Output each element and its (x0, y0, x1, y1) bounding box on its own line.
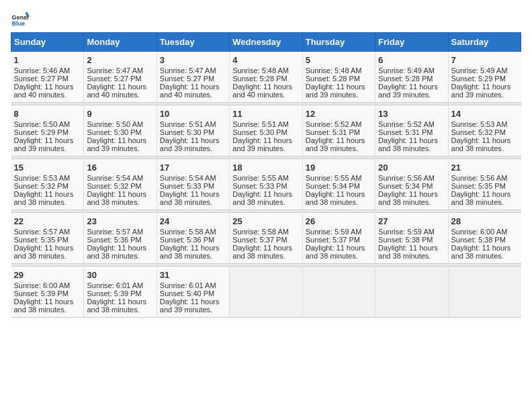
calendar-cell: 16Sunrise: 5:54 AMSunset: 5:32 PMDayligh… (84, 159, 157, 210)
day-number: 8 (14, 109, 81, 119)
cell-info: Sunrise: 5:50 AMSunset: 5:30 PMDaylight:… (87, 120, 153, 152)
cell-info: Sunrise: 5:47 AMSunset: 5:27 PMDaylight:… (160, 66, 226, 99)
day-number: 28 (451, 216, 519, 226)
calendar-cell: 11Sunrise: 5:51 AMSunset: 5:30 PMDayligh… (230, 105, 302, 156)
cell-info: Sunrise: 5:56 AMSunset: 5:34 PMDaylight:… (378, 174, 445, 206)
svg-text:Blue: Blue (11, 20, 25, 27)
calendar-week-row: 8Sunrise: 5:50 AMSunset: 5:29 PMDaylight… (11, 105, 521, 156)
calendar-cell: 1Sunrise: 5:46 AMSunset: 5:27 PMDaylight… (11, 52, 84, 103)
column-header-tuesday: Tuesday (157, 33, 229, 52)
cell-info: Sunrise: 5:48 AMSunset: 5:28 PMDaylight:… (232, 66, 299, 99)
page-header: General Blue (11, 11, 521, 30)
calendar-cell (230, 267, 302, 318)
cell-info: Sunrise: 6:01 AMSunset: 5:39 PMDaylight:… (87, 281, 153, 314)
calendar-cell: 19Sunrise: 5:55 AMSunset: 5:34 PMDayligh… (302, 159, 375, 210)
calendar-cell: 27Sunrise: 5:59 AMSunset: 5:38 PMDayligh… (375, 213, 448, 264)
calendar-cell: 18Sunrise: 5:55 AMSunset: 5:33 PMDayligh… (230, 159, 302, 210)
day-number: 29 (14, 270, 81, 280)
day-number: 18 (232, 163, 299, 173)
cell-info: Sunrise: 5:49 AMSunset: 5:29 PMDaylight:… (451, 66, 519, 99)
day-number: 2 (87, 55, 153, 65)
day-number: 9 (87, 109, 153, 119)
day-number: 11 (232, 109, 299, 119)
column-header-friday: Friday (375, 33, 448, 52)
day-number: 7 (451, 55, 519, 65)
calendar-cell: 7Sunrise: 5:49 AMSunset: 5:29 PMDaylight… (448, 52, 521, 103)
column-header-saturday: Saturday (448, 33, 521, 52)
cell-info: Sunrise: 5:58 AMSunset: 5:37 PMDaylight:… (232, 228, 299, 260)
day-number: 13 (378, 109, 445, 119)
calendar-cell: 28Sunrise: 6:00 AMSunset: 5:38 PMDayligh… (448, 213, 521, 264)
calendar-cell: 30Sunrise: 6:01 AMSunset: 5:39 PMDayligh… (84, 267, 157, 318)
cell-info: Sunrise: 6:01 AMSunset: 5:40 PMDaylight:… (160, 281, 226, 314)
cell-info: Sunrise: 5:58 AMSunset: 5:36 PMDaylight:… (160, 228, 226, 260)
cell-info: Sunrise: 5:53 AMSunset: 5:32 PMDaylight:… (451, 120, 519, 152)
day-number: 21 (451, 163, 519, 173)
column-header-sunday: Sunday (11, 33, 84, 52)
calendar-cell (375, 267, 448, 318)
day-number: 17 (160, 163, 226, 173)
calendar-cell: 25Sunrise: 5:58 AMSunset: 5:37 PMDayligh… (230, 213, 302, 264)
cell-info: Sunrise: 5:47 AMSunset: 5:27 PMDaylight:… (87, 66, 153, 99)
cell-info: Sunrise: 5:46 AMSunset: 5:27 PMDaylight:… (14, 66, 81, 99)
calendar-table: SundayMondayTuesdayWednesdayThursdayFrid… (11, 32, 521, 318)
cell-info: Sunrise: 5:54 AMSunset: 5:33 PMDaylight:… (160, 174, 226, 206)
day-number: 12 (306, 109, 372, 119)
cell-info: Sunrise: 5:49 AMSunset: 5:28 PMDaylight:… (378, 66, 445, 99)
day-number: 30 (87, 270, 153, 280)
day-number: 4 (232, 55, 299, 65)
day-number: 10 (160, 109, 226, 119)
calendar-cell: 12Sunrise: 5:52 AMSunset: 5:31 PMDayligh… (302, 105, 375, 156)
day-number: 27 (378, 216, 445, 226)
column-header-monday: Monday (84, 33, 157, 52)
cell-info: Sunrise: 5:53 AMSunset: 5:32 PMDaylight:… (14, 174, 81, 206)
calendar-cell: 8Sunrise: 5:50 AMSunset: 5:29 PMDaylight… (11, 105, 84, 156)
calendar-week-row: 1Sunrise: 5:46 AMSunset: 5:27 PMDaylight… (11, 52, 521, 103)
calendar-week-row: 15Sunrise: 5:53 AMSunset: 5:32 PMDayligh… (11, 159, 521, 210)
cell-info: Sunrise: 5:54 AMSunset: 5:32 PMDaylight:… (87, 174, 153, 206)
calendar-cell: 6Sunrise: 5:49 AMSunset: 5:28 PMDaylight… (375, 52, 448, 103)
calendar-cell: 24Sunrise: 5:58 AMSunset: 5:36 PMDayligh… (157, 213, 229, 264)
day-number: 1 (14, 55, 81, 65)
calendar-cell: 14Sunrise: 5:53 AMSunset: 5:32 PMDayligh… (448, 105, 521, 156)
day-number: 24 (160, 216, 226, 226)
day-number: 22 (14, 216, 81, 226)
cell-info: Sunrise: 5:50 AMSunset: 5:29 PMDaylight:… (14, 120, 81, 152)
calendar-cell: 23Sunrise: 5:57 AMSunset: 5:36 PMDayligh… (84, 213, 157, 264)
day-number: 26 (306, 216, 372, 226)
day-number: 25 (232, 216, 299, 226)
cell-info: Sunrise: 5:52 AMSunset: 5:31 PMDaylight:… (378, 120, 445, 152)
day-number: 23 (87, 216, 153, 226)
calendar-cell: 29Sunrise: 6:00 AMSunset: 5:39 PMDayligh… (11, 267, 84, 318)
cell-info: Sunrise: 5:56 AMSunset: 5:35 PMDaylight:… (451, 174, 519, 206)
cell-info: Sunrise: 5:57 AMSunset: 5:36 PMDaylight:… (87, 228, 153, 260)
cell-info: Sunrise: 6:00 AMSunset: 5:38 PMDaylight:… (451, 228, 519, 260)
day-number: 15 (14, 163, 81, 173)
cell-info: Sunrise: 5:57 AMSunset: 5:35 PMDaylight:… (14, 228, 81, 260)
cell-info: Sunrise: 5:48 AMSunset: 5:28 PMDaylight:… (306, 66, 372, 99)
calendar-cell: 9Sunrise: 5:50 AMSunset: 5:30 PMDaylight… (84, 105, 157, 156)
cell-info: Sunrise: 5:55 AMSunset: 5:34 PMDaylight:… (306, 174, 372, 206)
logo: General Blue (11, 11, 30, 30)
calendar-cell: 22Sunrise: 5:57 AMSunset: 5:35 PMDayligh… (11, 213, 84, 264)
cell-info: Sunrise: 5:59 AMSunset: 5:38 PMDaylight:… (378, 228, 445, 260)
svg-marker-2 (25, 11, 29, 14)
day-number: 6 (378, 55, 445, 65)
calendar-cell (302, 267, 375, 318)
calendar-cell: 2Sunrise: 5:47 AMSunset: 5:27 PMDaylight… (84, 52, 157, 103)
day-number: 16 (87, 163, 153, 173)
day-number: 31 (160, 270, 226, 280)
calendar-cell: 4Sunrise: 5:48 AMSunset: 5:28 PMDaylight… (230, 52, 302, 103)
calendar-cell: 21Sunrise: 5:56 AMSunset: 5:35 PMDayligh… (448, 159, 521, 210)
cell-info: Sunrise: 5:51 AMSunset: 5:30 PMDaylight:… (160, 120, 226, 152)
calendar-cell: 17Sunrise: 5:54 AMSunset: 5:33 PMDayligh… (157, 159, 229, 210)
day-number: 3 (160, 55, 226, 65)
calendar-cell (448, 267, 521, 318)
calendar-cell: 20Sunrise: 5:56 AMSunset: 5:34 PMDayligh… (375, 159, 448, 210)
calendar-cell: 5Sunrise: 5:48 AMSunset: 5:28 PMDaylight… (302, 52, 375, 103)
cell-info: Sunrise: 5:59 AMSunset: 5:37 PMDaylight:… (306, 228, 372, 260)
calendar-cell: 15Sunrise: 5:53 AMSunset: 5:32 PMDayligh… (11, 159, 84, 210)
calendar-cell: 3Sunrise: 5:47 AMSunset: 5:27 PMDaylight… (157, 52, 229, 103)
calendar-cell: 10Sunrise: 5:51 AMSunset: 5:30 PMDayligh… (157, 105, 229, 156)
calendar-week-row: 22Sunrise: 5:57 AMSunset: 5:35 PMDayligh… (11, 213, 521, 264)
